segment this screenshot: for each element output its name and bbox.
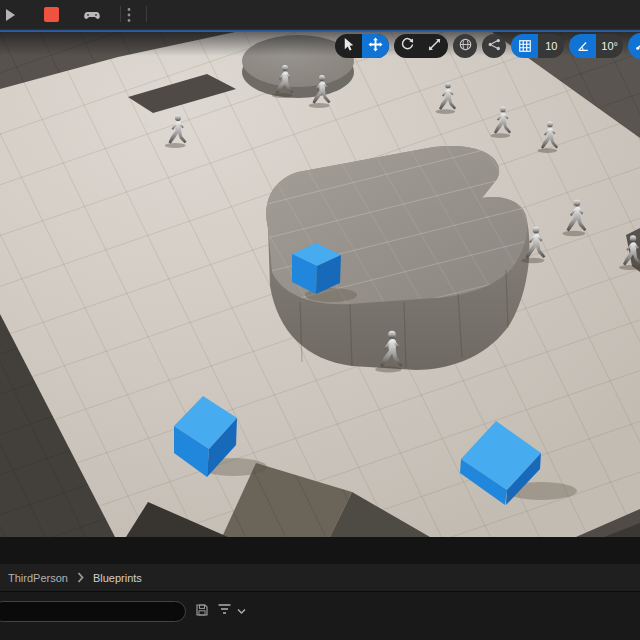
breadcrumb: ThirdPerson Blueprints [0, 564, 640, 592]
breadcrumb-separator-icon [77, 569, 84, 587]
globe-icon [458, 37, 473, 55]
content-browser-header [0, 537, 640, 564]
platforms-button[interactable] [72, 0, 112, 29]
camera-speed-icon [634, 37, 640, 55]
transform-tools-group-1 [335, 34, 389, 58]
chevron-down-icon [237, 603, 246, 618]
filter-icon [217, 603, 232, 618]
content-browser-filter-bar [0, 593, 640, 640]
save-icon [195, 603, 209, 620]
move-icon [368, 37, 383, 55]
save-button[interactable] [195, 603, 209, 620]
play-icon [5, 8, 16, 22]
angle-snap-icon[interactable] [569, 34, 596, 58]
filter-button[interactable] [217, 603, 246, 618]
rotate-icon [400, 37, 415, 55]
snap-nodes-icon [487, 37, 502, 55]
rotation-snap-value[interactable]: 10° [596, 34, 623, 58]
breadcrumb-item-blueprints[interactable]: Blueprints [93, 572, 142, 584]
grid-snap-control[interactable]: 10 [511, 34, 564, 58]
rotation-snap-control[interactable]: 10° [569, 34, 623, 58]
more-options-button[interactable] [118, 0, 140, 29]
toolbar-separator [146, 6, 147, 22]
scale-icon [427, 37, 442, 55]
stop-icon [44, 7, 59, 22]
viewport-3d[interactable]: 10 10° [0, 32, 640, 537]
play-button[interactable] [0, 0, 25, 29]
gamepad-icon [81, 7, 103, 23]
move-tool-button[interactable] [362, 34, 389, 58]
transform-tools-group-2 [394, 34, 448, 58]
grid-snap-icon[interactable] [511, 34, 538, 58]
stop-button[interactable] [35, 0, 68, 29]
surface-snapping-button[interactable] [482, 34, 506, 58]
kebab-menu-icon [127, 7, 131, 23]
toolbar-separator [120, 6, 121, 22]
coordinate-space-button[interactable] [453, 34, 477, 58]
camera-speed-button[interactable] [628, 33, 640, 59]
grid-snap-value[interactable]: 10 [538, 34, 564, 58]
breadcrumb-item-thirdperson[interactable]: ThirdPerson [8, 572, 68, 584]
search-input[interactable] [0, 601, 186, 622]
main-toolbar [0, 0, 640, 29]
unreal-editor-window: 10 10° ThirdPerson Blueprints [0, 0, 640, 640]
cursor-icon [341, 37, 356, 55]
select-tool-button[interactable] [335, 34, 362, 58]
level-scene[interactable] [0, 32, 640, 537]
viewport-toolbar: 10 10° [335, 34, 640, 58]
scale-tool-button[interactable] [421, 34, 448, 58]
rotate-tool-button[interactable] [394, 34, 421, 58]
